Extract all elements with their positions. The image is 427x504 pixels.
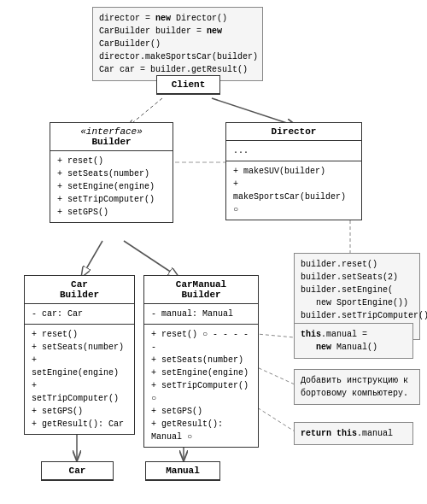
director-box: Director ... + makeSUV(builder) + makeSp… (225, 122, 362, 220)
note-top-line3: director.makeSportsCar(builder) (99, 50, 256, 63)
car-manual-builder-box: CarManualBuilder - manual: Manual + rese… (143, 275, 259, 448)
car-builder-methods: + reset() + setSeats(number) + setEngine… (25, 325, 134, 434)
car-manual-builder-fields: - manual: Manual (144, 304, 258, 325)
builder-name: Builder (57, 137, 166, 147)
builder-title: «interface» Builder (50, 123, 173, 151)
director-title: Director (226, 123, 361, 141)
car-manual-builder-title: CarManualBuilder (144, 276, 258, 304)
car-manual-builder-methods: + reset() ○ - - - - - + setSeats(number)… (144, 325, 258, 447)
client-box: Client (156, 75, 220, 95)
car-builder-title: CarBuilder (25, 276, 134, 304)
car-builder-fields: - car: Car (25, 304, 134, 325)
note-manual-3: return this.manual (294, 422, 413, 445)
manual-box: Manual (145, 461, 220, 481)
note-top: director = new Director() CarBuilder bui… (92, 7, 263, 81)
manual-title: Manual (146, 462, 219, 480)
director-methods: + makeSUV(builder) + makeSportsCar(build… (226, 161, 361, 220)
car-title: Car (42, 462, 113, 480)
svg-line-6 (81, 241, 102, 278)
client-title: Client (157, 76, 219, 94)
car-box: Car (41, 461, 114, 481)
director-fields: ... (226, 141, 361, 161)
builder-box: «interface» Builder + reset() + setSeats… (50, 122, 173, 223)
note-top-line1: director = new Director() (99, 12, 256, 25)
note-top-line4: Car car = builder.getResult() (99, 63, 256, 76)
diagram: director = new Director() CarBuilder bui… (0, 0, 427, 504)
note-top-line2: CarBuilder builder = new CarBuilder() (99, 25, 256, 50)
note-manual-1: this.manual = new Manual() (294, 323, 413, 359)
builder-stereotype: «interface» (57, 126, 166, 137)
car-builder-box: CarBuilder - car: Car + reset() + setSea… (24, 275, 135, 435)
svg-line-7 (124, 241, 179, 278)
builder-methods: + reset() + setSeats(number) + setEngine… (50, 151, 173, 222)
note-manual-2: Добавить инструкцию к бортовому компьюте… (294, 369, 420, 405)
